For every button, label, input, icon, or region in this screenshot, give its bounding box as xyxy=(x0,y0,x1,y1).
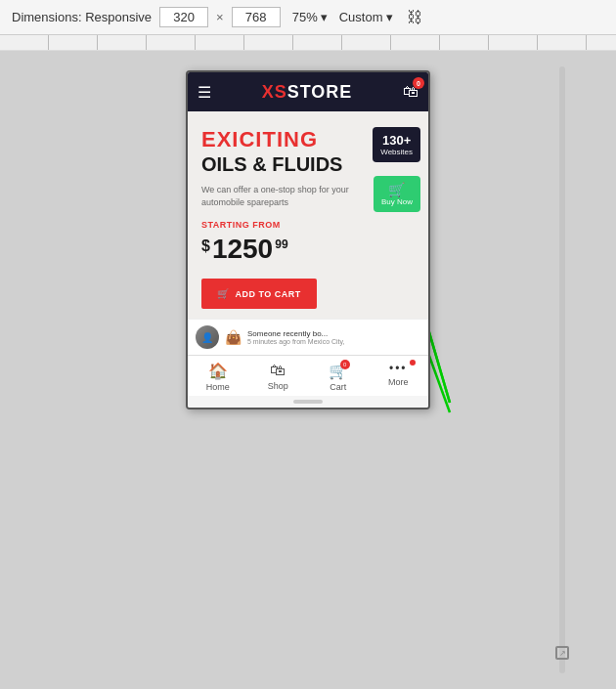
scroll-pill xyxy=(293,400,323,404)
notif-text: Someone recently bo... xyxy=(247,329,344,338)
dimension-separator: × xyxy=(216,10,224,24)
price-area: $ 1250 99 xyxy=(201,234,415,265)
shop-label: Shop xyxy=(268,381,288,391)
zoom-select[interactable]: 75% ▾ xyxy=(292,10,328,24)
ruler-marks xyxy=(0,35,616,50)
cart-button[interactable]: 🛍 0 xyxy=(403,83,418,101)
avatar-image: 👤 xyxy=(196,325,219,349)
home-label: Home xyxy=(206,382,230,392)
home-icon: 🏠 xyxy=(208,362,228,380)
floating-buy-card[interactable]: 🛒 Buy Now xyxy=(374,176,420,212)
right-scrollbar[interactable] xyxy=(559,66,565,673)
more-icon: ••• xyxy=(389,362,408,375)
scroll-hint xyxy=(188,396,428,408)
nav-shop[interactable]: 🛍 Shop xyxy=(248,362,309,392)
hero-description: We can offer a one-stop shop for your au… xyxy=(201,184,368,208)
logo-xs: XS xyxy=(262,82,287,102)
starting-from-label: STARTING FROM xyxy=(201,220,415,230)
nav-more[interactable]: ••• More xyxy=(369,362,429,392)
zoom-chevron-icon: ▾ xyxy=(321,10,328,24)
ruler xyxy=(0,35,616,51)
floating-websites-card: 130+ Websites xyxy=(373,127,420,162)
hamburger-icon[interactable]: ☰ xyxy=(198,83,211,102)
cart-nav-label: Cart xyxy=(330,382,346,392)
hero-section: EXICITING OILS & FLUIDS We can offer a o… xyxy=(188,111,428,319)
phone-mockup: ☰ XSSTORE 🛍 0 EXICITING OILS & FLUIDS We… xyxy=(186,70,430,409)
more-dot-badge xyxy=(410,360,416,366)
custom-chevron-icon: ▾ xyxy=(386,10,393,24)
bottom-nav: 🏠 Home 🛍 Shop 🛒 0 Cart ••• More xyxy=(188,355,428,396)
toolbar: Dimensions: Responsive 320 × 768 75% ▾ C… xyxy=(0,0,616,35)
notif-content: Someone recently bo... 5 minutes ago fro… xyxy=(247,329,344,345)
shop-icon: 🛍 xyxy=(270,362,286,379)
notif-bag-icon: 👜 xyxy=(225,329,242,345)
link-icon[interactable]: ⛓ xyxy=(407,9,422,26)
dimensions-label: Dimensions: Responsive xyxy=(12,10,152,24)
price-cents: 99 xyxy=(275,237,287,251)
notif-avatar: 👤 xyxy=(196,325,219,349)
custom-select[interactable]: Custom ▾ xyxy=(339,10,393,24)
cart-badge: 0 xyxy=(413,77,424,89)
price-main: 1250 xyxy=(212,234,273,265)
websites-label: Websites xyxy=(380,148,413,156)
main-canvas: ☰ XSSTORE 🛍 0 EXICITING OILS & FLUIDS We… xyxy=(0,51,616,689)
price-dollar: $ xyxy=(201,237,210,255)
store-logo: XSSTORE xyxy=(262,82,353,103)
cart-small-icon: 🛒 xyxy=(217,288,230,299)
logo-store: STORE xyxy=(287,82,353,102)
more-label: More xyxy=(388,377,409,387)
add-to-cart-button[interactable]: 🛒 ADD TO CART xyxy=(201,279,317,309)
buy-now-label: Buy Now xyxy=(381,197,413,206)
notification-bar: 👤 👜 Someone recently bo... 5 minutes ago… xyxy=(188,319,428,355)
height-input[interactable]: 768 xyxy=(232,7,281,27)
buy-cart-icon: 🛒 xyxy=(381,182,413,197)
corner-marker: ↗ xyxy=(555,646,569,660)
websites-number: 130+ xyxy=(380,133,413,148)
notif-sub: 5 minutes ago from Mexico City, xyxy=(247,338,344,345)
nav-home[interactable]: 🏠 Home xyxy=(188,362,248,392)
width-input[interactable]: 320 xyxy=(159,7,208,27)
cart-nav-badge: 0 xyxy=(340,360,350,369)
nav-cart[interactable]: 🛒 0 Cart xyxy=(308,362,369,392)
phone-header: ☰ XSSTORE 🛍 0 xyxy=(188,72,428,111)
